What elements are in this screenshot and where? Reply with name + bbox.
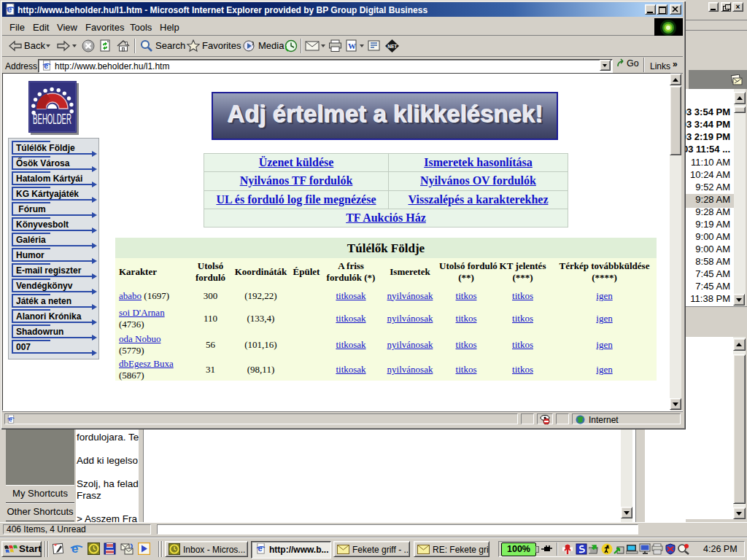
svg-text:NET: NET bbox=[387, 44, 397, 49]
svg-text:e: e bbox=[44, 61, 48, 70]
svg-text:e: e bbox=[258, 544, 262, 553]
svg-text:BEHOLDER: BEHOLDER bbox=[33, 111, 71, 127]
svg-text:W: W bbox=[348, 42, 356, 50]
svg-text:e: e bbox=[9, 416, 12, 423]
svg-text:e: e bbox=[71, 542, 78, 555]
svg-text:e: e bbox=[7, 4, 12, 15]
